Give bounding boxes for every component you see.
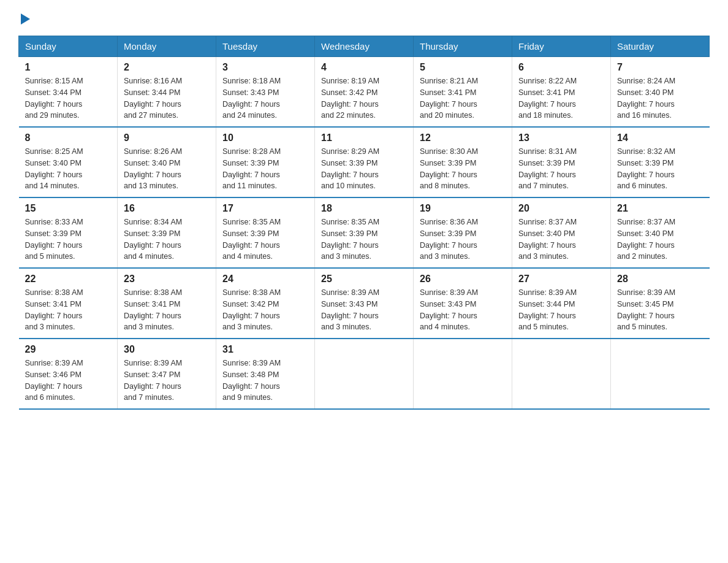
header-wednesday: Wednesday [315,36,414,57]
day-number: 25 [321,274,407,285]
day-info: Sunrise: 8:29 AMSunset: 3:39 PMDaylight:… [321,146,407,192]
day-cell: 29 Sunrise: 8:39 AMSunset: 3:46 PMDaylig… [19,339,118,409]
day-info: Sunrise: 8:21 AMSunset: 3:41 PMDaylight:… [420,75,506,121]
day-info: Sunrise: 8:39 AMSunset: 3:45 PMDaylight:… [617,287,703,333]
day-number: 10 [222,132,308,144]
day-info: Sunrise: 8:35 AMSunset: 3:39 PMDaylight:… [321,216,407,262]
day-info: Sunrise: 8:33 AMSunset: 3:39 PMDaylight:… [25,216,112,262]
day-cell: 19 Sunrise: 8:36 AMSunset: 3:39 PMDaylig… [414,197,512,268]
day-number: 4 [321,62,407,73]
day-number: 28 [617,274,703,285]
logo [18,12,30,23]
day-cell: 12 Sunrise: 8:30 AMSunset: 3:39 PMDaylig… [414,127,512,197]
day-info: Sunrise: 8:39 AMSunset: 3:47 PMDaylight:… [124,358,210,404]
day-cell: 26 Sunrise: 8:39 AMSunset: 3:43 PMDaylig… [414,268,512,339]
day-cell: 7 Sunrise: 8:24 AMSunset: 3:40 PMDayligh… [611,57,710,128]
day-number: 3 [222,62,308,73]
day-number: 18 [321,203,407,214]
day-number: 2 [124,62,210,73]
header-thursday: Thursday [414,36,512,57]
header-saturday: Saturday [611,36,710,57]
day-number: 8 [25,132,112,144]
day-cell: 16 Sunrise: 8:34 AMSunset: 3:39 PMDaylig… [118,197,216,268]
header-monday: Monday [118,36,216,57]
day-cell: 18 Sunrise: 8:35 AMSunset: 3:39 PMDaylig… [315,197,414,268]
header-friday: Friday [512,36,611,57]
day-info: Sunrise: 8:36 AMSunset: 3:39 PMDaylight:… [420,216,506,262]
week-row-3: 15 Sunrise: 8:33 AMSunset: 3:39 PMDaylig… [19,197,710,268]
day-info: Sunrise: 8:38 AMSunset: 3:41 PMDaylight:… [124,287,210,333]
day-info: Sunrise: 8:32 AMSunset: 3:39 PMDaylight:… [617,146,703,192]
day-number: 9 [124,132,210,144]
day-number: 6 [518,62,604,73]
day-cell: 10 Sunrise: 8:28 AMSunset: 3:39 PMDaylig… [216,127,315,197]
day-number: 31 [222,344,308,355]
day-number: 26 [420,274,506,285]
day-info: Sunrise: 8:24 AMSunset: 3:40 PMDaylight:… [617,75,703,121]
week-row-4: 22 Sunrise: 8:38 AMSunset: 3:41 PMDaylig… [19,268,710,339]
day-info: Sunrise: 8:39 AMSunset: 3:44 PMDaylight:… [518,287,604,333]
day-cell: 4 Sunrise: 8:19 AMSunset: 3:42 PMDayligh… [315,57,414,128]
day-cell: 14 Sunrise: 8:32 AMSunset: 3:39 PMDaylig… [611,127,710,197]
day-number: 21 [617,203,703,214]
day-cell: 27 Sunrise: 8:39 AMSunset: 3:44 PMDaylig… [512,268,611,339]
day-info: Sunrise: 8:39 AMSunset: 3:43 PMDaylight:… [420,287,506,333]
day-cell: 17 Sunrise: 8:35 AMSunset: 3:39 PMDaylig… [216,197,315,268]
page-header [18,12,710,23]
day-number: 27 [518,274,604,285]
day-number: 19 [420,203,506,214]
day-cell [611,339,710,409]
day-cell: 23 Sunrise: 8:38 AMSunset: 3:41 PMDaylig… [118,268,216,339]
day-info: Sunrise: 8:22 AMSunset: 3:41 PMDaylight:… [518,75,604,121]
day-number: 14 [617,132,703,144]
day-number: 1 [25,62,112,73]
week-row-2: 8 Sunrise: 8:25 AMSunset: 3:40 PMDayligh… [19,127,710,197]
day-cell: 2 Sunrise: 8:16 AMSunset: 3:44 PMDayligh… [118,57,216,128]
day-number: 13 [518,132,604,144]
calendar-header-row: SundayMondayTuesdayWednesdayThursdayFrid… [19,36,710,57]
day-cell: 28 Sunrise: 8:39 AMSunset: 3:45 PMDaylig… [611,268,710,339]
week-row-5: 29 Sunrise: 8:39 AMSunset: 3:46 PMDaylig… [19,339,710,409]
day-info: Sunrise: 8:16 AMSunset: 3:44 PMDaylight:… [124,75,210,121]
day-cell: 31 Sunrise: 8:39 AMSunset: 3:48 PMDaylig… [216,339,315,409]
day-info: Sunrise: 8:28 AMSunset: 3:39 PMDaylight:… [222,146,308,192]
day-number: 16 [124,203,210,214]
day-number: 29 [25,344,112,355]
day-cell: 25 Sunrise: 8:39 AMSunset: 3:43 PMDaylig… [315,268,414,339]
day-info: Sunrise: 8:31 AMSunset: 3:39 PMDaylight:… [518,146,604,192]
day-cell: 30 Sunrise: 8:39 AMSunset: 3:47 PMDaylig… [118,339,216,409]
day-cell [315,339,414,409]
day-cell: 15 Sunrise: 8:33 AMSunset: 3:39 PMDaylig… [19,197,118,268]
day-cell: 22 Sunrise: 8:38 AMSunset: 3:41 PMDaylig… [19,268,118,339]
day-cell: 6 Sunrise: 8:22 AMSunset: 3:41 PMDayligh… [512,57,611,128]
day-cell [414,339,512,409]
day-info: Sunrise: 8:37 AMSunset: 3:40 PMDaylight:… [518,216,604,262]
day-info: Sunrise: 8:37 AMSunset: 3:40 PMDaylight:… [617,216,703,262]
day-cell: 13 Sunrise: 8:31 AMSunset: 3:39 PMDaylig… [512,127,611,197]
header-tuesday: Tuesday [216,36,315,57]
day-info: Sunrise: 8:38 AMSunset: 3:41 PMDaylight:… [25,287,112,333]
calendar-table: SundayMondayTuesdayWednesdayThursdayFrid… [18,36,710,410]
day-info: Sunrise: 8:26 AMSunset: 3:40 PMDaylight:… [124,146,210,192]
day-cell: 5 Sunrise: 8:21 AMSunset: 3:41 PMDayligh… [414,57,512,128]
day-cell [512,339,611,409]
day-info: Sunrise: 8:39 AMSunset: 3:43 PMDaylight:… [321,287,407,333]
day-info: Sunrise: 8:39 AMSunset: 3:46 PMDaylight:… [25,358,112,404]
day-info: Sunrise: 8:34 AMSunset: 3:39 PMDaylight:… [124,216,210,262]
day-cell: 9 Sunrise: 8:26 AMSunset: 3:40 PMDayligh… [118,127,216,197]
day-info: Sunrise: 8:25 AMSunset: 3:40 PMDaylight:… [25,146,112,192]
day-info: Sunrise: 8:30 AMSunset: 3:39 PMDaylight:… [420,146,506,192]
day-number: 5 [420,62,506,73]
day-info: Sunrise: 8:19 AMSunset: 3:42 PMDaylight:… [321,75,407,121]
day-number: 12 [420,132,506,144]
day-cell: 20 Sunrise: 8:37 AMSunset: 3:40 PMDaylig… [512,197,611,268]
day-number: 20 [518,203,604,214]
day-cell: 1 Sunrise: 8:15 AMSunset: 3:44 PMDayligh… [19,57,118,128]
day-info: Sunrise: 8:38 AMSunset: 3:42 PMDaylight:… [222,287,308,333]
day-number: 7 [617,62,703,73]
day-cell: 24 Sunrise: 8:38 AMSunset: 3:42 PMDaylig… [216,268,315,339]
day-number: 17 [222,203,308,214]
week-row-1: 1 Sunrise: 8:15 AMSunset: 3:44 PMDayligh… [19,57,710,128]
day-number: 22 [25,274,112,285]
day-cell: 11 Sunrise: 8:29 AMSunset: 3:39 PMDaylig… [315,127,414,197]
